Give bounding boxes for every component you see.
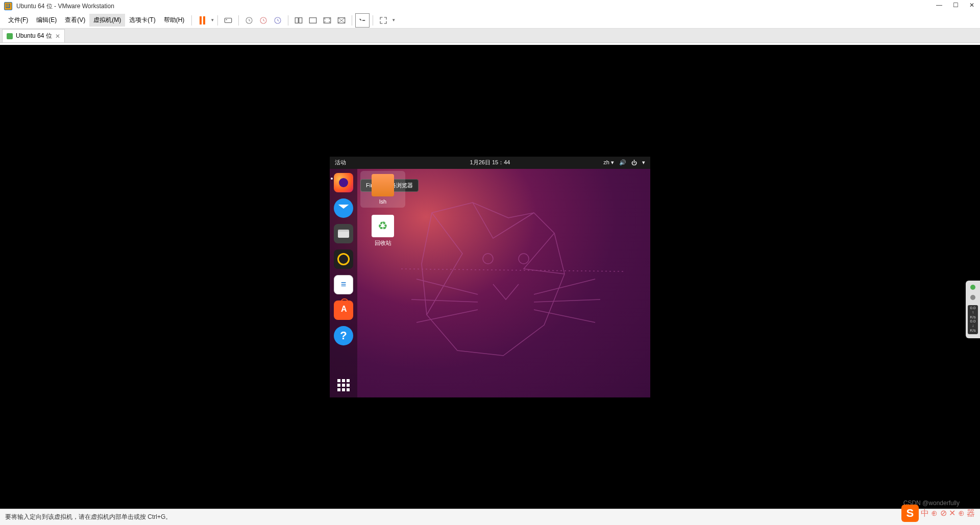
statusbar: 要将输入定向到该虚拟机，请在虚拟机内部单击或按 Ctrl+G。 — [0, 509, 980, 525]
activities-button[interactable]: 活动 — [335, 159, 346, 166]
dock-rhythmbox-icon[interactable] — [334, 249, 353, 269]
svg-line-19 — [411, 299, 478, 302]
wallpaper-art — [401, 192, 626, 386]
svg-marker-12 — [422, 203, 565, 356]
gnome-top-bar: 活动 1月26日 15：44 zh ▾ 🔊 ⏻ ▾ — [330, 157, 650, 169]
separator — [238, 15, 239, 26]
view-single-button[interactable] — [291, 13, 306, 28]
menu-tabs[interactable]: 选项卡(T) — [125, 14, 159, 27]
ime-overlay-text[interactable]: 中 ⊕ ⊘ ✕ ⊕ 器 — [921, 508, 975, 519]
view-unity-button[interactable] — [334, 13, 349, 28]
vm-tab[interactable]: Ubuntu 64 位 ✕ — [2, 29, 65, 42]
tabbar: Ubuntu 64 位 ✕ — [0, 29, 980, 43]
svg-line-18 — [416, 279, 478, 294]
menu-view[interactable]: 查看(V) — [61, 14, 89, 27]
menu-help[interactable]: 帮助(H) — [160, 14, 189, 27]
titlebar: Ubuntu 64 位 - VMware Workstation — ☐ ✕ — [0, 0, 980, 12]
view-stretch-button[interactable] — [320, 13, 334, 28]
dock-libreoffice-writer-icon[interactable] — [334, 275, 353, 294]
quick-switch-button[interactable] — [355, 13, 370, 28]
vm-tab-icon — [7, 33, 13, 39]
svg-rect-7 — [296, 17, 299, 23]
menu-vm[interactable]: 虚拟机(M) — [89, 14, 125, 27]
desktop-trash-label: 回收站 — [360, 239, 405, 247]
menu-edit[interactable]: 编辑(E) — [32, 14, 61, 27]
tab-close-icon[interactable]: ✕ — [55, 33, 60, 40]
menu-file[interactable]: 文件(F) — [4, 14, 32, 27]
minimize-button[interactable]: — — [935, 1, 943, 9]
sogou-icon[interactable]: S — [901, 505, 919, 522]
menubar: 文件(F) 编辑(E) 查看(V) 虚拟机(M) 选项卡(T) 帮助(H) ▼ … — [0, 12, 980, 29]
status-hint: 要将输入定向到该虚拟机，请在虚拟机内部单击或按 Ctrl+G。 — [5, 513, 172, 521]
power-icon[interactable]: ⏻ — [631, 160, 637, 166]
svg-line-16 — [534, 299, 600, 302]
view-console-button[interactable] — [306, 13, 320, 28]
svg-rect-9 — [310, 17, 317, 23]
svg-rect-8 — [299, 17, 302, 23]
power-dropdown-icon[interactable]: ▼ — [210, 18, 214, 22]
ime-indicator[interactable]: zh ▾ — [603, 159, 614, 166]
svg-line-20 — [416, 310, 478, 322]
net-up-dot-icon — [970, 285, 975, 290]
maximize-button[interactable]: ☐ — [951, 1, 960, 9]
ubuntu-desktop[interactable]: 活动 1月26日 15：44 zh ▾ 🔊 ⏻ ▾ — [330, 157, 650, 397]
net-down-dot-icon — [970, 295, 975, 300]
desktop-folder-lsh[interactable]: lsh — [360, 171, 405, 208]
dock-files-icon[interactable] — [334, 224, 353, 243]
vm-tab-label: Ubuntu 64 位 — [16, 32, 52, 40]
ime-overlay[interactable]: S 中 ⊕ ⊘ ✕ ⊕ 器 — [901, 505, 975, 522]
dock-software-icon[interactable] — [334, 301, 353, 320]
fullscreen-button[interactable] — [376, 13, 390, 28]
separator — [288, 15, 288, 26]
folder-icon — [372, 174, 394, 196]
ubuntu-dock: ? — [330, 169, 357, 397]
separator — [373, 15, 373, 26]
svg-point-13 — [483, 254, 493, 264]
vmware-app-icon — [4, 2, 12, 10]
separator — [217, 15, 218, 26]
svg-rect-2 — [225, 18, 232, 22]
dock-help-icon[interactable]: ? — [334, 326, 353, 345]
pause-button[interactable] — [195, 13, 209, 28]
svg-line-17 — [534, 310, 595, 322]
snapshot-take-button[interactable] — [242, 13, 256, 28]
dock-show-apps-icon[interactable] — [337, 379, 350, 391]
net-rates: 0.0↑ K/s 0.0↓ K/s — [968, 305, 978, 334]
fullscreen-dropdown-icon[interactable]: ▼ — [391, 18, 396, 22]
snapshot-revert-button[interactable] — [256, 13, 271, 28]
svg-line-15 — [534, 279, 595, 294]
svg-line-21 — [401, 269, 626, 271]
window-controls: — ☐ ✕ — [935, 1, 976, 9]
snapshot-manager-button[interactable] — [271, 13, 285, 28]
send-ctrl-alt-del-button[interactable] — [221, 13, 235, 28]
close-button[interactable]: ✕ — [968, 1, 976, 9]
separator — [352, 15, 352, 26]
dock-firefox-icon[interactable] — [334, 173, 353, 192]
separator — [191, 15, 192, 26]
svg-rect-3 — [226, 19, 227, 20]
desktop-folder-label: lsh — [360, 198, 405, 205]
desktop-trash[interactable]: 回收站 — [360, 215, 405, 247]
system-menu-arrow-icon[interactable]: ▾ — [642, 159, 645, 166]
svg-point-14 — [519, 254, 529, 264]
vm-viewport[interactable]: 活动 1月26日 15：44 zh ▾ 🔊 ⏻ ▾ — [0, 45, 980, 509]
clock[interactable]: 1月26日 15：44 — [470, 159, 510, 166]
network-widget[interactable]: 0.0↑ K/s 0.0↓ K/s — [966, 281, 980, 338]
window-title: Ubuntu 64 位 - VMware Workstation — [16, 2, 114, 11]
volume-icon[interactable]: 🔊 — [619, 159, 626, 166]
dock-thunderbird-icon[interactable] — [334, 198, 353, 218]
trash-icon — [372, 215, 394, 237]
